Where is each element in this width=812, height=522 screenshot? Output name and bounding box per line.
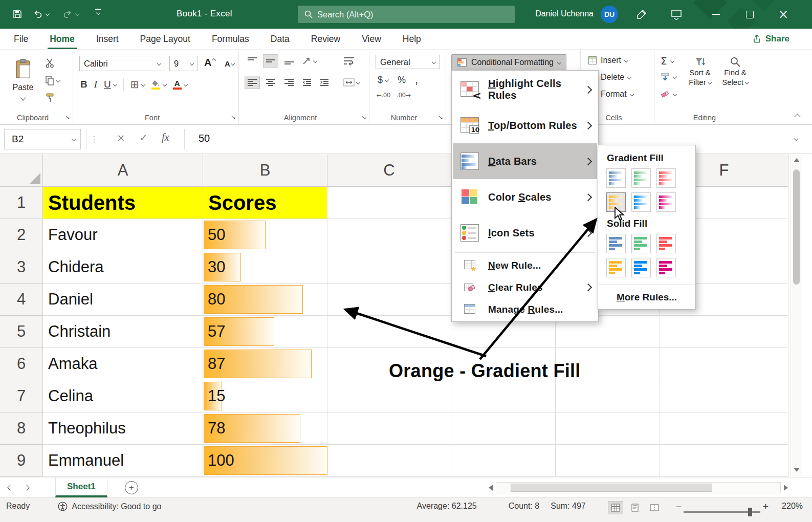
row-header-3[interactable]: 3 [0, 251, 43, 284]
cell-a5[interactable]: Christain [43, 316, 203, 348]
share-button[interactable]: Share [752, 29, 789, 49]
new-sheet-button[interactable]: + [125, 481, 138, 494]
cell-a3[interactable]: Chidera [43, 251, 203, 284]
cell-b9[interactable]: 100 [203, 445, 327, 477]
formula-bar-value[interactable]: 50 [199, 133, 210, 144]
menu-item-data-bars[interactable]: Data Bars [453, 143, 597, 179]
cell-a7[interactable]: Celina [43, 380, 203, 412]
cell-c3[interactable] [327, 251, 451, 284]
borders-button[interactable]: ⊞ [130, 78, 145, 91]
solid-fill-green[interactable] [631, 234, 651, 253]
name-box[interactable]: B2 [4, 129, 81, 149]
italic-button[interactable]: I [94, 79, 97, 90]
fill-color-button[interactable] [151, 80, 166, 90]
align-left-button[interactable] [245, 76, 259, 89]
cell-c8[interactable] [327, 412, 451, 445]
top-align-button[interactable] [245, 55, 259, 67]
cell-a6[interactable]: Amaka [43, 348, 203, 380]
number-format-combo[interactable]: General [376, 55, 440, 69]
normal-view-button[interactable] [608, 502, 623, 514]
tab-insert[interactable]: Insert [85, 29, 129, 49]
cell-c5[interactable] [327, 316, 451, 348]
menu-item-manage-rules[interactable]: Manage Rules... [453, 298, 597, 320]
status-count[interactable]: Count: 8 [509, 502, 539, 511]
orientation-button[interactable] [300, 55, 318, 67]
vertical-scroll-thumb[interactable] [793, 169, 800, 285]
menu-item-top-bottom-rules[interactable]: 10 Top/Bottom Rules [453, 107, 597, 143]
solid-fill-purple[interactable] [656, 258, 676, 277]
clipboard-launcher[interactable]: ↘ [65, 114, 70, 121]
middle-align-button[interactable] [264, 55, 278, 67]
save-icon[interactable] [12, 9, 23, 21]
scroll-left-arrow[interactable] [489, 485, 493, 491]
gradient-fill-blue[interactable] [606, 168, 626, 188]
column-header-b[interactable]: B [203, 154, 327, 187]
status-sum[interactable]: Sum: 497 [551, 502, 585, 511]
cell-e8[interactable] [556, 412, 660, 445]
cell-b4[interactable]: 80 [203, 284, 327, 316]
tab-help[interactable]: Help [392, 29, 432, 49]
cell-f9[interactable] [660, 445, 788, 477]
horizontal-scroll-thumb[interactable] [511, 484, 712, 492]
align-right-button[interactable] [282, 76, 296, 89]
undo-button[interactable] [33, 9, 49, 19]
autosum-button[interactable]: Σ [661, 55, 674, 67]
row-header-2[interactable]: 2 [0, 219, 43, 251]
cancel-entry-button[interactable]: × [117, 132, 125, 144]
avatar[interactable]: DU [601, 6, 618, 23]
tab-page-layout[interactable]: Page Layout [129, 29, 201, 49]
tab-file[interactable]: File [3, 29, 39, 49]
select-all-button[interactable] [0, 154, 43, 187]
accessibility-status[interactable]: Accessibility: Good to go [58, 502, 161, 511]
cell-d8[interactable] [451, 412, 556, 445]
close-button[interactable]: × [772, 0, 795, 29]
status-average[interactable]: Average: 62.125 [417, 502, 477, 511]
gradient-fill-light-blue[interactable] [631, 192, 651, 212]
cell-e7[interactable] [556, 380, 660, 412]
cell-c2[interactable] [327, 219, 451, 251]
tab-view[interactable]: View [351, 29, 392, 49]
menu-item-clear-rules[interactable]: Clear Rules [453, 276, 597, 298]
bold-button[interactable]: B [80, 79, 87, 90]
number-launcher[interactable]: ↘ [438, 114, 443, 121]
page-break-preview-button[interactable] [647, 502, 662, 514]
cell-c9[interactable] [327, 445, 451, 477]
solid-fill-orange[interactable] [606, 258, 626, 277]
scroll-up-arrow[interactable] [794, 158, 800, 162]
insert-cells-button[interactable]: Insert [588, 56, 628, 65]
clear-button[interactable] [661, 90, 676, 99]
search-box[interactable]: Search (Alt+Q) [298, 6, 515, 23]
row-header-6[interactable]: 6 [0, 348, 43, 380]
cell-b2[interactable]: 50 [203, 219, 327, 251]
scroll-right-arrow[interactable] [784, 485, 788, 491]
menu-item-highlight-cells-rules[interactable]: < Highlight Cells Rules [453, 72, 597, 107]
increase-indent-button[interactable] [318, 76, 331, 89]
format-painter-button[interactable] [45, 93, 60, 103]
expand-formula-bar-button[interactable] [794, 137, 798, 141]
vertical-scrollbar[interactable] [791, 154, 802, 477]
find-select-button[interactable]: Find & Select [719, 56, 752, 88]
cell-b5[interactable]: 57 [203, 316, 327, 348]
tab-formulas[interactable]: Formulas [201, 29, 260, 49]
font-color-button[interactable]: A [173, 79, 187, 90]
currency-format-button[interactable]: $ [378, 75, 388, 85]
gradient-fill-purple[interactable] [656, 192, 676, 212]
zoom-slider-thumb[interactable] [748, 508, 752, 516]
scroll-down-arrow[interactable] [794, 468, 800, 472]
ribbon-display-options-icon[interactable] [670, 9, 683, 22]
sheet-tab-sheet1[interactable]: Sheet1 [55, 477, 107, 497]
row-header-1[interactable]: 1 [0, 187, 43, 219]
percent-format-button[interactable]: % [398, 75, 406, 85]
cell-a2[interactable]: Favour [43, 219, 203, 251]
font-name-combo[interactable]: Calibri [79, 56, 165, 71]
comma-format-button[interactable]: , [415, 73, 418, 86]
grow-font-button[interactable]: A [204, 57, 215, 69]
prev-sheet-arrow[interactable] [7, 485, 13, 490]
solid-fill-light-blue[interactable] [631, 258, 651, 277]
alignment-launcher[interactable]: ↘ [361, 114, 366, 121]
column-header-a[interactable]: A [43, 154, 203, 187]
solid-fill-red[interactable] [656, 234, 676, 253]
font-size-combo[interactable]: 9 [169, 56, 198, 71]
menu-item-icon-sets[interactable]: Icon Sets [453, 215, 597, 251]
cell-b7[interactable]: 15 [203, 380, 327, 412]
